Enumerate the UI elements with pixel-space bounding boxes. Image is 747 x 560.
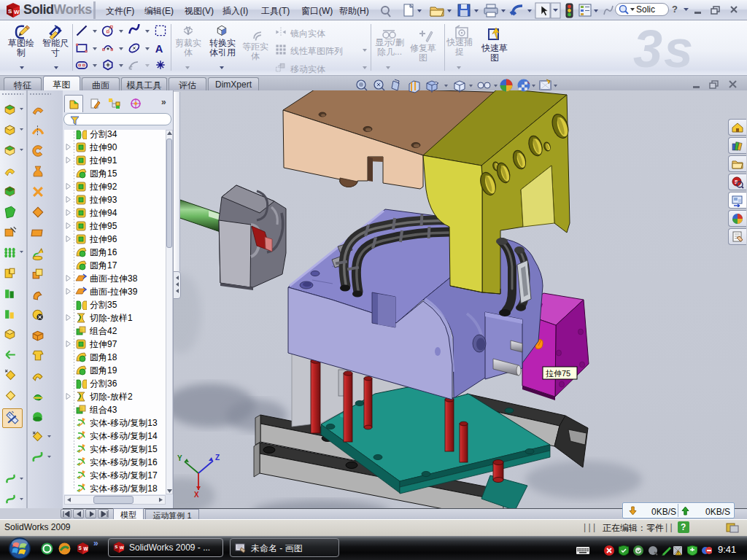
svg-text:S: S [78,545,82,551]
svg-text:!: ! [678,551,679,555]
svg-text:S: S [115,544,117,549]
svg-text:W: W [14,9,20,15]
svg-text:W: W [120,545,124,550]
svg-text:S: S [8,8,12,15]
svg-text:Z: Z [215,454,220,462]
svg-text:W: W [84,546,89,551]
svg-text:X: X [194,491,199,499]
svg-text:A: A [155,43,163,55]
svg-text:Y: Y [177,454,182,462]
svg-text:拉伸75: 拉伸75 [546,369,570,378]
